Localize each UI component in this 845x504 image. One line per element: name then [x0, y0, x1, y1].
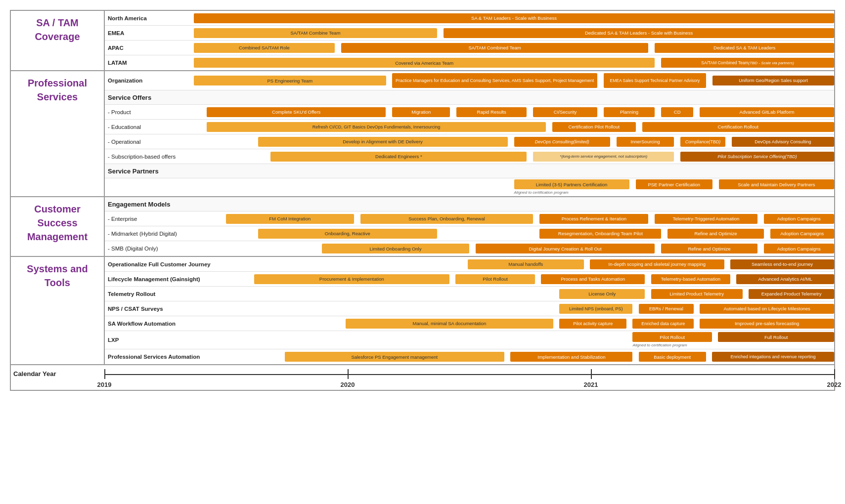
sub-bar-1: Dedicated Engineers * — [270, 152, 527, 162]
nps-bar-3: Automated based on Lifecycle Milestones — [700, 304, 834, 314]
saw-bar-2: Pilot activity capture — [559, 319, 626, 329]
mid-bar-2: Resegmentation, Onboarding Team Pilot — [539, 229, 661, 239]
smb-bar-4: Adoption Campaigns — [764, 244, 834, 253]
emea-bars: SA/TAM Combine Team Dedicated SA & TAM L… — [194, 26, 834, 40]
sa-tam-label: SA / TAM Coverage — [10, 10, 104, 71]
prod-bar-7: Advanced GitLab Platform — [700, 107, 834, 117]
subscription-row: - Subscription-based offers Dedicated En… — [105, 149, 834, 164]
sa-tam-content: North America SA & TAM Leaders - Scale w… — [104, 10, 835, 71]
lxp-title: LXP — [105, 336, 223, 344]
smb-bar-1: Limited Onboarding Only — [322, 244, 469, 253]
sa-workflow-title: SA Workflow Automation — [105, 320, 223, 328]
ent-bar-2: Success Plan, Onboarding, Renewal — [360, 214, 534, 224]
org-bar-4: Uniform Geo/Region Sales support — [712, 76, 834, 85]
calendar-label-cell: Calendar Year — [10, 365, 104, 390]
lc-bar-4: Telemetry-based Automation — [651, 274, 731, 284]
nps-row: NPS / CSAT Surveys Limited NPS (onboard,… — [105, 301, 834, 316]
apac-bars: Combined SA/TAM Role SA/TAM Combined Tea… — [194, 41, 834, 55]
service-partners-empty — [194, 164, 834, 178]
apac-bar-3: Dedicated SA & TAM Leaders — [655, 43, 834, 53]
ent-bar-3: Process Refinement & Iteration — [539, 214, 648, 224]
operational-bars: Develop in Alignment with DE Delivery De… — [194, 135, 834, 149]
csm-section: Customer Success Management Engagement M… — [10, 197, 835, 256]
ops-bar-3: InnerSourcing — [617, 137, 674, 147]
org-bar-2: Practice Managers for Education and Cons… — [392, 73, 597, 88]
lc-bar-5: Advanced Analytics AI/ML — [736, 274, 834, 284]
calendar-label: Calendar Year — [13, 370, 56, 378]
partners-row-title — [105, 186, 194, 188]
edu-bar-1: Refresh CI/CD, GIT Basics DevOps Fundime… — [207, 122, 546, 132]
service-offers-empty — [194, 90, 834, 104]
ops-bar-1: Develop in Alignment with DE Delivery — [258, 137, 508, 147]
csm-label: Customer Success Management — [10, 197, 104, 256]
year-2022: 2022 — [827, 381, 842, 388]
prof-services-grid: Organization PS Engineering Team Practic… — [105, 71, 834, 196]
sub-bar-2: *(long-term service engagement, not subs… — [533, 152, 674, 162]
tel-bar-3: Expanded Product Telemetry — [749, 289, 834, 299]
service-partners-header: Service Partners — [105, 164, 834, 178]
psa-bar-1: Salesforce PS Engagement management — [285, 352, 505, 362]
lxp-note: Aligned to certification program — [632, 343, 687, 347]
axis-line — [104, 374, 834, 375]
ocj-bar-3: Seamless end-to-end journey — [730, 259, 834, 269]
prof-services-section: Professional Services Organization PS En… — [10, 71, 835, 197]
telemetry-row: Telemetry Rollout License Only Limited P… — [105, 287, 834, 301]
partners-note: Aligned to certification program — [514, 190, 569, 195]
calendar-axis-cell: 2019 2020 2021 2022 — [104, 365, 835, 390]
lifecycle-title: Lifecycle Management (Gainsight) — [105, 275, 223, 283]
enterprise-title: - Enterprise — [105, 215, 194, 223]
ocj-bar-2: In-depth scoping and skeletal journey ma… — [590, 259, 724, 269]
smb-bar-3: Refine and Optimize — [661, 244, 757, 253]
operational-title: - Operational — [105, 138, 194, 146]
lifecycle-row: Lifecycle Management (Gainsight) Procure… — [105, 272, 834, 287]
product-title: - Product — [105, 108, 194, 116]
engagement-title: Engagement Models — [105, 200, 194, 209]
psa-bar-2: Implementation and Stabilization — [510, 352, 632, 362]
systems-label: Systems and Tools — [10, 256, 104, 365]
smb-title: - SMB (Digital Only) — [105, 245, 194, 252]
educational-row: - Educational Refresh CI/CD, GIT Basics … — [105, 120, 834, 134]
main-table: SA / TAM Coverage North America SA & TAM… — [10, 10, 835, 391]
nps-bars: Limited NPS (onboard, PS) EBRs / Renewal… — [223, 302, 834, 316]
saw-bar-1: Manual, minimal SA documentation — [346, 319, 553, 329]
lxp-bar-2: Full Rollout — [718, 332, 834, 342]
latam-title: LATAM — [105, 59, 194, 67]
systems-section: Systems and Tools Operationalize Full Cu… — [10, 256, 835, 365]
na-row: North America SA & TAM Leaders - Scale w… — [105, 11, 834, 26]
org-bars: PS Engineering Team Practice Managers fo… — [194, 71, 834, 90]
partners-bar-3: Scale and Maintain Delivery Partners — [719, 179, 834, 189]
edu-bar-3: Certification Rollout — [642, 122, 835, 132]
ocj-row: Operationalize Full Customer Journey Man… — [105, 257, 834, 272]
na-title: North America — [105, 14, 194, 22]
ent-bar-1: FM CoM Integration — [226, 214, 354, 224]
year-2021: 2021 — [584, 381, 598, 388]
psa-bars: Salesforce PS Engagement management Impl… — [223, 350, 834, 364]
educational-bars: Refresh CI/CD, GIT Basics DevOps Fundime… — [194, 120, 834, 134]
prod-bar-3: Rapid Results — [456, 107, 527, 117]
smb-bars: Limited Onboarding Only Digital Journey … — [194, 242, 834, 255]
calendar-axis: 2019 2020 2021 2022 — [104, 365, 834, 390]
lifecycle-bars: Procurement & Implementation Pilot Rollo… — [223, 272, 834, 286]
csm-content: Engagement Models - Enterprise FM CoM In… — [104, 197, 835, 256]
partners-bar-1: Limited (3-5) Partners Certification — [514, 179, 629, 189]
prod-bar-4: CI/Security — [533, 107, 597, 117]
prod-bar-5: Planning — [604, 107, 655, 117]
saw-bar-4: Improved pre-sales forecasting — [700, 319, 834, 329]
service-offers-title: Service Offers — [105, 93, 194, 102]
year-2019: 2019 — [97, 381, 112, 388]
org-row: Organization PS Engineering Team Practic… — [105, 71, 834, 90]
tick-2020 — [348, 369, 349, 379]
partners-bars: Limited (3-5) Partners Certification PSE… — [194, 178, 834, 196]
latam-bars: Covered via Americas Team SA/TAM Combine… — [194, 56, 834, 70]
smb-row: - SMB (Digital Only) Limited Onboarding … — [105, 241, 834, 256]
na-bar-1: SA & TAM Leaders - Scale with Business — [194, 13, 834, 23]
year-2020: 2020 — [340, 381, 355, 388]
telemetry-title: Telemetry Rollout — [105, 290, 223, 298]
engagement-header: Engagement Models — [105, 197, 834, 211]
midmarket-bars: Onboarding, Reactive Resegmentation, Onb… — [194, 227, 834, 241]
ops-bar-5: DevOps Advisory Consulting — [732, 137, 834, 147]
subscription-title: - Subscription-based offers — [105, 153, 194, 161]
calendar-row-tr: Calendar Year 2019 2020 2021 — [10, 365, 835, 390]
mid-bar-4: Adoption Campaigns — [770, 229, 835, 239]
emea-title: EMEA — [105, 29, 194, 37]
